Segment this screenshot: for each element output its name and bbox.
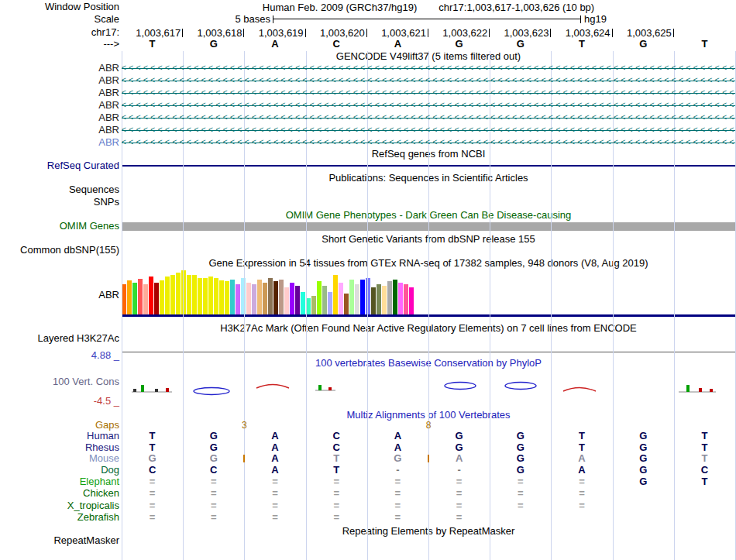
gtex-tissue-bar: [398, 283, 403, 315]
gencode-transcript[interactable]: <<<<<<<<<<<<<<<<<<<<<<<<<<<<<<<<<<<<<<<<…: [122, 62, 735, 74]
gtex-tissue-bar: [311, 296, 316, 315]
species-label-rhesus[interactable]: Rhesus: [0, 442, 119, 453]
gtex-tissue-bar: [339, 283, 343, 315]
gtex-tissue-bar: [268, 278, 273, 315]
gtex-tissue-bar: [355, 284, 359, 315]
alignment-base: =: [183, 512, 244, 523]
sequence-base: T: [551, 39, 612, 50]
gencode-gene-label[interactable]: ABR: [0, 112, 119, 123]
alignment-base: T: [306, 465, 367, 476]
gtex-tissue-bar: [203, 278, 208, 315]
alignment-base: A: [244, 453, 305, 464]
conservation-track-label[interactable]: 100 Vert. Cons: [0, 376, 119, 387]
alignment-base: G: [490, 465, 551, 476]
gap-size: 3: [236, 420, 252, 431]
gtex-tissue-bar: [393, 280, 397, 315]
species-label-x_tropicalis[interactable]: X_tropicalis: [0, 500, 119, 511]
omim-track-label[interactable]: OMIM Genes: [0, 221, 119, 232]
gencode-transcript[interactable]: <<<<<<<<<<<<<<<<<<<<<<<<<<<<<<<<<<<<<<<<…: [122, 87, 735, 99]
gtex-tissue-bar: [176, 273, 181, 315]
genome-browser-image[interactable]: Human Feb. 2009 (GRCh37/hg19) chr17:1,00…: [0, 0, 736, 560]
sequences-track-label[interactable]: Sequences: [0, 184, 119, 195]
alignment-base: =: [244, 512, 305, 523]
gencode-gene-label[interactable]: ABR: [0, 75, 119, 86]
h3k27ac-track-label[interactable]: Layered H3K27Ac: [0, 333, 119, 344]
alignment-base: G: [183, 431, 244, 441]
gtex-barchart[interactable]: [122, 270, 414, 315]
alignment-base: -: [428, 465, 490, 476]
gencode-transcript[interactable]: <<<<<<<<<<<<<<<<<<<<<<<<<<<<<<<<<<<<<<<<…: [122, 136, 735, 149]
alignment-base: =: [367, 488, 428, 499]
alignment-base: A: [367, 431, 428, 441]
ruler-position: 1,003,622: [428, 27, 490, 38]
assembly-tag: hg19: [584, 14, 607, 25]
alignment-base: =: [551, 476, 612, 487]
alignment-base: =: [490, 500, 551, 511]
species-label-human[interactable]: Human: [0, 431, 119, 441]
dbsnp-track-label[interactable]: Common dbSNP(155): [0, 245, 119, 256]
alignment-base: G: [183, 453, 244, 464]
alignment-base: =: [244, 476, 305, 487]
species-label-mouse[interactable]: Mouse: [0, 453, 119, 464]
alignment-base: =: [367, 512, 428, 523]
alignment-base: T: [122, 442, 183, 453]
gtex-tissue-bar: [360, 280, 365, 315]
gencode-transcript[interactable]: <<<<<<<<<<<<<<<<<<<<<<<<<<<<<<<<<<<<<<<<…: [122, 99, 735, 112]
species-label-elephant[interactable]: Elephant: [0, 476, 119, 487]
alignment-base: =: [183, 488, 244, 499]
repeatmasker-track-label[interactable]: RepeatMasker: [0, 535, 119, 546]
alignment-base: G: [613, 431, 674, 441]
sequence-base: T: [122, 39, 183, 50]
gtex-tissue-bar: [273, 281, 278, 315]
alignment-base: T: [674, 476, 735, 487]
alignment-base: =: [367, 476, 428, 487]
insertion-mark: [428, 455, 429, 462]
ruler-position: 1,003,619: [244, 27, 305, 38]
alignment-base: C: [183, 465, 244, 476]
alignment-base: A: [428, 453, 490, 464]
alignment-base: =: [490, 476, 551, 487]
gtex-gene-label[interactable]: ABR: [0, 290, 119, 301]
insertion-mark: [243, 455, 245, 462]
gtex-tissue-bar: [165, 277, 170, 315]
gencode-gene-label[interactable]: ABR: [0, 63, 119, 74]
alignment-base: G: [122, 453, 183, 464]
position-title: chr17:1,003,617-1,003,626 (10 bp): [439, 2, 594, 13]
gtex-tissue-bar: [208, 277, 213, 315]
snps-track-label[interactable]: SNPs: [0, 197, 119, 208]
window-position-label: Window Position: [0, 2, 119, 12]
ruler-tick: [673, 29, 674, 37]
gencode-gene-label[interactable]: ABR: [0, 137, 119, 148]
alignment-base: G: [613, 453, 674, 464]
alignment-base: =: [306, 488, 367, 499]
gtex-tissue-bar: [160, 280, 164, 315]
gencode-gene-label[interactable]: ABR: [0, 100, 119, 111]
alignment-base: =: [122, 476, 183, 487]
gencode-gene-label[interactable]: ABR: [0, 88, 119, 98]
gencode-transcript[interactable]: <<<<<<<<<<<<<<<<<<<<<<<<<<<<<<<<<<<<<<<<…: [122, 74, 735, 87]
species-label-zebrafish[interactable]: Zebrafish: [0, 512, 119, 523]
gtex-tissue-bar: [219, 280, 224, 315]
species-label-chicken[interactable]: Chicken: [0, 488, 119, 499]
gtex-tissue-bar: [371, 287, 376, 315]
gtex-tissue-bar: [295, 286, 300, 315]
gtex-tissue-bar: [149, 277, 153, 315]
alignment-base: =: [490, 488, 551, 499]
alignment-base: -: [367, 465, 428, 476]
refseq-track-label[interactable]: RefSeq Curated: [0, 160, 119, 171]
gaps-label[interactable]: Gaps: [0, 420, 119, 431]
alignment-base: G: [613, 476, 674, 487]
gtex-tissue-bar: [154, 283, 159, 315]
alignment-base: =: [306, 512, 367, 523]
gencode-transcript[interactable]: <<<<<<<<<<<<<<<<<<<<<<<<<<<<<<<<<<<<<<<<…: [122, 124, 735, 136]
alignment-base: A: [244, 465, 305, 476]
species-label-dog[interactable]: Dog: [0, 465, 119, 476]
alignment-base: A: [244, 442, 305, 453]
alignment-base: =: [306, 476, 367, 487]
gencode-transcript[interactable]: <<<<<<<<<<<<<<<<<<<<<<<<<<<<<<<<<<<<<<<<…: [122, 112, 735, 124]
gtex-tissue-bar: [252, 284, 256, 315]
sequence-base: A: [367, 39, 428, 50]
alignment-base: =: [428, 476, 490, 487]
alignment-base: =: [551, 488, 612, 499]
gencode-gene-label[interactable]: ABR: [0, 125, 119, 136]
